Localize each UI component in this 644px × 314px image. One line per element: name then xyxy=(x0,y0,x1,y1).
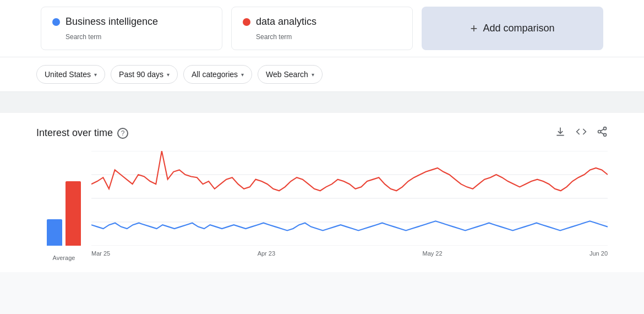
bar-blue xyxy=(47,219,62,246)
bar-chart-area: Average xyxy=(36,151,91,261)
x-label-mar: Mar 25 xyxy=(91,250,110,261)
bar-chart-label: Average xyxy=(36,255,91,261)
interest-over-time-title: Interest over time xyxy=(36,127,113,139)
interest-title-group: Interest over time ? xyxy=(36,127,128,139)
svg-line-4 xyxy=(601,129,604,131)
chart-container: Average 100 75 50 25 M xyxy=(36,151,608,261)
add-comparison-button[interactable]: + Add comparison xyxy=(422,7,603,50)
category-chevron-icon: ▾ xyxy=(241,72,244,78)
search-type-filter[interactable]: Web Search ▾ xyxy=(258,65,323,84)
dot-blue xyxy=(52,18,60,26)
search-term-cards: Business intelligence Search term data a… xyxy=(0,0,644,57)
card-subtitle-business: Search term xyxy=(66,33,101,41)
location-chevron-icon: ▾ xyxy=(94,72,97,78)
line-chart-svg: 100 75 50 25 xyxy=(91,151,608,246)
search-type-filter-label: Web Search xyxy=(266,70,308,79)
category-filter-label: All categories xyxy=(192,70,238,79)
download-icon[interactable] xyxy=(555,126,566,140)
help-icon[interactable]: ? xyxy=(117,128,128,139)
svg-line-3 xyxy=(601,132,604,134)
interest-section: Interest over time ? xyxy=(0,113,644,272)
x-label-apr: Apr 23 xyxy=(258,250,275,261)
svg-point-2 xyxy=(604,133,607,136)
line-chart-area: 100 75 50 25 Mar 25 Apr 23 May 22 Jun 20 xyxy=(91,151,608,261)
card-business-intelligence[interactable]: Business intelligence Search term xyxy=(41,7,222,50)
chart-nav-section xyxy=(0,92,644,113)
card-data-analytics[interactable]: data analytics Search term xyxy=(231,7,413,50)
dot-red xyxy=(243,18,250,26)
svg-point-1 xyxy=(598,131,601,133)
svg-point-0 xyxy=(604,127,607,130)
share-icon[interactable] xyxy=(597,126,608,140)
filters-bar: United States ▾ Past 90 days ▾ All categ… xyxy=(0,57,644,92)
card-title-business: Business intelligence xyxy=(66,16,158,28)
plus-icon: + xyxy=(471,21,478,36)
card-title-analytics: data analytics xyxy=(256,16,316,28)
search-type-chevron-icon: ▾ xyxy=(312,72,314,78)
card-subtitle-analytics: Search term xyxy=(256,33,292,41)
location-filter[interactable]: United States ▾ xyxy=(36,65,105,84)
x-axis-labels: Mar 25 Apr 23 May 22 Jun 20 xyxy=(91,248,608,261)
bar-chart-bars xyxy=(47,151,81,246)
timerange-chevron-icon: ▾ xyxy=(167,72,170,78)
interest-header: Interest over time ? xyxy=(36,126,608,140)
category-filter[interactable]: All categories ▾ xyxy=(183,65,252,84)
bar-red xyxy=(66,181,81,246)
x-label-may: May 22 xyxy=(422,250,442,261)
timerange-filter[interactable]: Past 90 days ▾ xyxy=(111,65,178,84)
timerange-filter-label: Past 90 days xyxy=(119,70,163,79)
add-comparison-label: Add comparison xyxy=(483,23,554,34)
location-filter-label: United States xyxy=(45,70,91,79)
embed-icon[interactable] xyxy=(576,126,587,140)
x-label-jun: Jun 20 xyxy=(590,250,608,261)
interest-actions xyxy=(555,126,608,140)
